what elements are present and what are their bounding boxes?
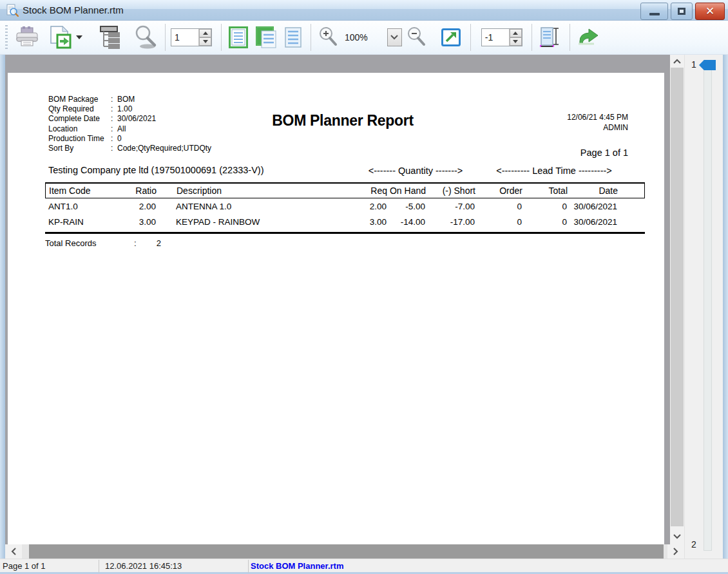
thumbnails-button[interactable] — [97, 24, 124, 51]
total-records-label: Total Records — [45, 238, 96, 248]
horizontal-scrollbar[interactable] — [5, 544, 684, 559]
status-filename: Stock BOM Planner.rtm — [251, 561, 343, 571]
scroll-right-button[interactable] — [667, 544, 684, 559]
toolbar-separator — [470, 24, 471, 51]
vertical-scrollbar[interactable] — [670, 55, 684, 544]
app-window: Stock BOM Planner.rtm ✕ — [0, 0, 728, 574]
navigator-first-page-label: 1 — [691, 59, 696, 70]
printer-icon — [15, 26, 39, 48]
page-number-input[interactable]: 1 — [171, 29, 198, 46]
whole-page-view-button[interactable] — [227, 24, 250, 51]
status-separator — [248, 560, 249, 573]
toolbar-separator — [532, 24, 532, 51]
close-icon: ✕ — [705, 5, 714, 18]
page-position-marker[interactable] — [699, 60, 716, 70]
outline-tree-icon — [99, 25, 122, 50]
chevron-right-icon — [673, 548, 678, 555]
vertical-scroll-thumb[interactable] — [671, 68, 684, 526]
scroll-left-button[interactable] — [5, 544, 22, 559]
table-row: KP-RAIN 3.00 KEYPAD - RAINBOW 3.00 -14.0… — [45, 215, 645, 230]
maximize-button[interactable] — [671, 3, 693, 20]
col-header-order: Order — [475, 184, 522, 198]
page-navigator: 1 2 — [684, 55, 723, 559]
scroll-down-button[interactable] — [670, 530, 684, 543]
chevron-down-icon — [390, 35, 398, 40]
toolbar-separator — [165, 24, 166, 51]
fit-window-button[interactable] — [439, 24, 463, 51]
toolbar-grip[interactable] — [5, 25, 8, 50]
report-user: ADMIN — [567, 122, 628, 133]
zoom-in-button[interactable] — [316, 24, 341, 51]
zoom-level-label: 100% — [345, 32, 368, 43]
report-page: BOM Package:BOM Qty Required:1.00 Comple… — [8, 73, 664, 544]
app-icon — [6, 4, 19, 17]
col-header-description: Description — [157, 184, 329, 198]
leadtime-group-header: <--------- Lead Time ---------> — [481, 166, 627, 176]
horizontal-scroll-thumb[interactable] — [29, 544, 664, 559]
export-dropdown-button[interactable] — [73, 24, 85, 51]
close-button[interactable]: ✕ — [695, 3, 725, 20]
whole-page-icon — [229, 26, 248, 48]
secondary-spin-up-button[interactable] — [510, 29, 522, 37]
page-spin-up-button[interactable] — [199, 29, 211, 37]
total-records-value: 2 — [122, 238, 161, 248]
info-row: BOM Package:BOM — [48, 95, 211, 104]
col-header-short: (-) Short — [426, 184, 475, 198]
triangle-down-icon — [203, 40, 208, 43]
zoom-out-button[interactable] — [405, 24, 429, 51]
report-info-block: BOM Package:BOM Qty Required:1.00 Comple… — [48, 95, 211, 153]
zoom-in-icon — [318, 26, 339, 48]
go-button[interactable] — [575, 24, 602, 51]
title-bar: Stock BOM Planner.rtm ✕ — [0, 0, 728, 21]
expand-arrow-icon — [441, 28, 461, 46]
table-bottom-rule — [45, 232, 645, 234]
chevron-up-icon — [673, 59, 681, 64]
triangle-up-icon — [203, 32, 208, 35]
info-row: Sort By:Code;QtyRequired;UTDQty — [48, 144, 211, 153]
scroll-up-button[interactable] — [670, 55, 684, 68]
table-header-row: Item Code Ratio Description Req On Hand … — [45, 182, 645, 198]
page-navigator-track[interactable] — [704, 60, 712, 551]
full-size-page-icon — [284, 26, 302, 48]
navigator-last-page-label: 2 — [691, 539, 696, 550]
secondary-spin-down-button[interactable] — [510, 37, 522, 46]
page-setup-button[interactable] — [537, 24, 562, 51]
col-header-req: Req — [329, 184, 387, 198]
chevron-left-icon — [11, 548, 16, 555]
zoom-out-icon — [407, 26, 427, 48]
status-bar: Page 1 of 1 12.06.2021 16:45:13 Stock BO… — [0, 559, 728, 572]
col-header-date: Date — [568, 184, 645, 198]
info-row: Complete Date:30/06/2021 — [48, 114, 211, 124]
info-row: Production Time:0 — [48, 134, 211, 144]
print-button[interactable] — [13, 24, 41, 51]
export-button[interactable] — [48, 24, 73, 51]
page-number-spinner: 1 — [171, 28, 212, 46]
report-title: BOM Planner Report — [195, 112, 491, 129]
report-datetime: 12/06/21 4:45 PM — [567, 112, 628, 122]
page-spin-down-button[interactable] — [199, 37, 211, 46]
toolbar-separator — [221, 24, 222, 51]
search-button[interactable] — [131, 24, 160, 51]
triangle-down-icon — [513, 40, 518, 43]
report-preview-canvas[interactable]: BOM Package:BOM Qty Required:1.00 Comple… — [5, 55, 670, 544]
minimize-button[interactable] — [640, 3, 668, 20]
info-row: Qty Required:1.00 — [48, 104, 211, 114]
zoom-dropdown-button[interactable] — [387, 28, 402, 46]
toolbar-separator — [311, 24, 311, 51]
preview-region: BOM Package:BOM Qty Required:1.00 Comple… — [0, 55, 728, 559]
secondary-spinner-input[interactable]: -1 — [482, 29, 509, 46]
toolbar: 1 — [0, 21, 728, 55]
status-page: Page 1 of 1 — [3, 561, 46, 571]
window-border-left — [0, 55, 5, 559]
page-width-view-button[interactable] — [254, 24, 278, 51]
maximize-icon — [678, 8, 685, 15]
table-body: ANT1.0 2.00 ANTENNA 1.0 2.00 -5.00 -7.00… — [45, 199, 645, 230]
report-page-label: Page 1 of 1 — [580, 148, 628, 158]
col-header-total: Total — [522, 184, 568, 198]
col-header-item-code: Item Code — [46, 184, 104, 198]
chevron-down-icon — [75, 35, 83, 40]
minimize-icon — [649, 13, 660, 15]
page-setup-icon — [539, 26, 560, 49]
full-size-view-button[interactable] — [282, 24, 304, 51]
info-row: Location:All — [48, 124, 211, 134]
